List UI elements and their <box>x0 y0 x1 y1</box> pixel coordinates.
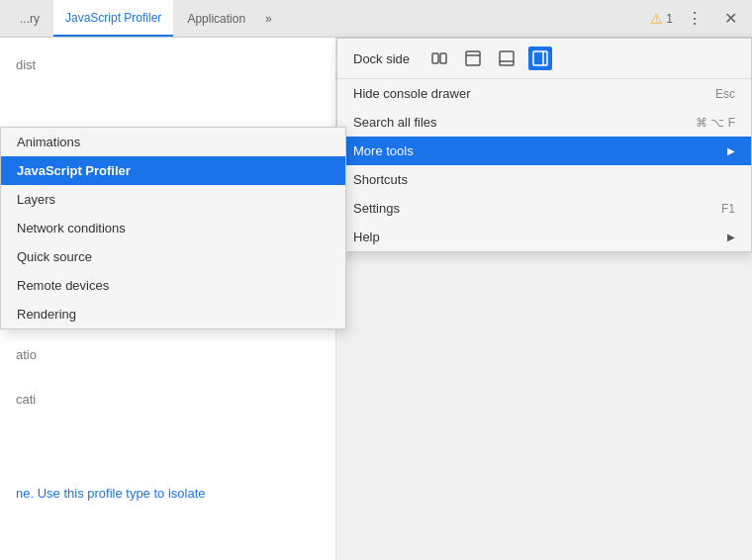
svg-rect-4 <box>500 51 514 65</box>
close-devtools-button[interactable]: ✕ <box>716 5 744 33</box>
help-arrow-icon: ▶ <box>727 232 735 242</box>
submenu-quick-source[interactable]: Quick source <box>1 242 345 271</box>
dock-side-label: Dock side <box>353 51 410 66</box>
left-panel-bottom-line: ne. Use this profile type to isolate <box>0 486 222 501</box>
svg-rect-6 <box>533 51 547 65</box>
dock-undock-button[interactable] <box>427 47 451 70</box>
svg-rect-0 <box>432 53 438 63</box>
left-panel-cati-text: cati <box>0 392 51 407</box>
submenu-remote-devices[interactable]: Remote devices <box>1 271 345 300</box>
more-tools-item[interactable]: More tools ▶ <box>337 137 751 165</box>
svg-rect-1 <box>440 53 446 63</box>
help-item[interactable]: Help ▶ <box>337 223 751 251</box>
search-all-files-item[interactable]: Search all files ⌘ ⌥ F <box>337 108 751 137</box>
tab-js-profiler[interactable]: JavaScript Profiler <box>53 0 173 37</box>
tab-memory[interactable]: ...ry <box>8 0 51 37</box>
left-panel-dist-text: dist <box>16 57 320 72</box>
left-panel-ation-text: atio <box>0 347 52 362</box>
shortcuts-item[interactable]: Shortcuts <box>337 165 751 194</box>
warning-icon: ⚠ <box>650 11 663 27</box>
tab-overflow-button[interactable]: » <box>259 12 278 26</box>
main-dropdown-menu: Dock side <box>336 38 752 252</box>
hide-console-drawer-item[interactable]: Hide console drawer Esc <box>337 79 751 108</box>
more-options-button[interactable]: ⋮ <box>681 5 708 33</box>
submenu-rendering[interactable]: Rendering <box>1 300 345 328</box>
more-tools-arrow-icon: ▶ <box>727 145 735 156</box>
svg-rect-2 <box>466 51 480 65</box>
warning-badge[interactable]: ⚠ 1 <box>650 11 673 27</box>
submenu-js-profiler[interactable]: JavaScript Profiler <box>1 156 345 185</box>
dock-bottom-button[interactable] <box>495 47 518 70</box>
settings-item[interactable]: Settings F1 <box>337 194 751 223</box>
title-bar: ...ry JavaScript Profiler Application » … <box>0 0 752 38</box>
dock-side-row: Dock side <box>337 39 751 79</box>
submenu-animations[interactable]: Animations <box>1 128 345 156</box>
submenu-network-conditions[interactable]: Network conditions <box>1 214 345 242</box>
main-area: dist atio cati ne. Use this profile type… <box>0 38 752 560</box>
more-tools-submenu: Animations JavaScript Profiler Layers Ne… <box>0 127 346 329</box>
dock-right-button[interactable] <box>528 47 552 70</box>
submenu-layers[interactable]: Layers <box>1 185 345 214</box>
toolbar-right: ⚠ 1 ⋮ ✕ <box>650 5 744 33</box>
tab-application[interactable]: Application <box>175 0 257 37</box>
dock-left-button[interactable] <box>461 47 485 70</box>
